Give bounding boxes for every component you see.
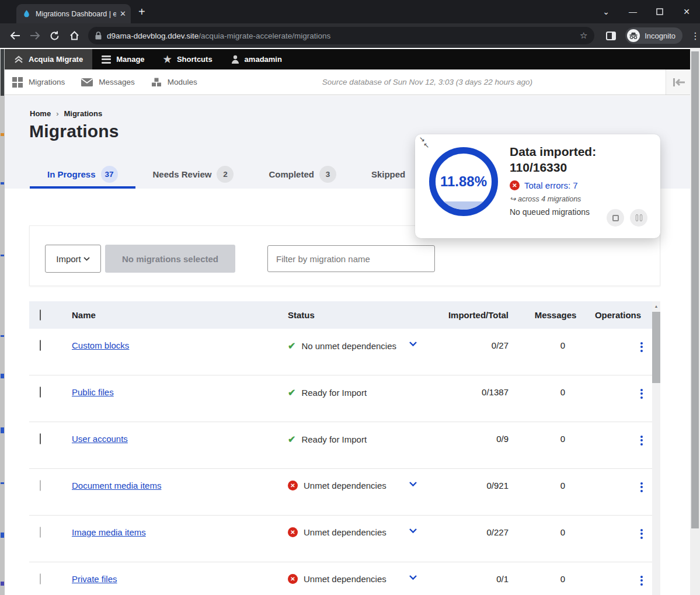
tab-in-progress[interactable]: In Progress 37 — [30, 162, 135, 189]
row-checkbox[interactable] — [40, 387, 41, 398]
operations-kebab-icon[interactable] — [640, 340, 643, 353]
toolbar-item-shortcuts[interactable]: ★ Shortcuts — [154, 49, 222, 69]
new-tab-icon[interactable]: + — [138, 5, 145, 18]
import-progress-card: ↘↖ 11.88% Data imported: 110/16330 ✕ Tot… — [415, 134, 660, 238]
migrations-table: Name Status Imported/Total Messages Oper… — [29, 301, 660, 595]
collapse-toolbar-button[interactable] — [666, 69, 690, 95]
window-minimize-icon[interactable]: — — [619, 0, 646, 23]
row-checkbox[interactable] — [40, 433, 41, 444]
toolbar-item-label: Manage — [116, 55, 144, 64]
browser-tabstrip: Migrations Dashboard | example ✕ + ⌄ — ✕ — [0, 0, 700, 23]
messages-count: 0 — [510, 434, 584, 444]
migration-link[interactable]: Public files — [72, 387, 114, 397]
forward-icon[interactable] — [26, 26, 44, 45]
status-tabs: In Progress 37 Needs Review 2 Completed … — [30, 162, 423, 189]
imported-total-value: 0/921 — [444, 481, 510, 490]
scrollbar-thumb[interactable] — [652, 312, 660, 383]
operations-kebab-icon[interactable] — [640, 434, 643, 447]
chevron-down-icon[interactable] — [409, 575, 417, 580]
data-imported-value: 110/16330 — [510, 159, 650, 175]
total-errors-link[interactable]: Total errors: 7 — [524, 180, 578, 190]
error-icon: ✕ — [288, 527, 298, 537]
window-chevron-icon[interactable]: ⌄ — [593, 0, 619, 23]
migration-link[interactable]: Custom blocks — [72, 340, 129, 350]
row-checkbox[interactable] — [40, 480, 41, 491]
tray-item-modules[interactable]: Modules — [143, 78, 206, 87]
star-icon: ★ — [163, 54, 172, 65]
tab-skipped[interactable]: Skipped — [354, 162, 423, 189]
messages-count: 0 — [510, 387, 584, 397]
chevron-down-icon[interactable] — [409, 528, 417, 534]
home-icon[interactable] — [65, 26, 83, 45]
operations-kebab-icon[interactable] — [640, 481, 643, 493]
migration-link[interactable]: Image media items — [72, 527, 146, 537]
migration-link[interactable]: User accounts — [72, 434, 128, 444]
row-checkbox[interactable] — [40, 340, 41, 351]
reload-icon[interactable] — [46, 26, 64, 45]
drupal-admin-toolbar: Acquia Migrate Manage ★ Shortcuts amadam… — [5, 49, 690, 69]
pause-button[interactable] — [630, 209, 647, 227]
bookmark-star-icon[interactable]: ☆ — [580, 30, 587, 41]
incognito-label: Incognito — [645, 32, 675, 40]
tab-completed[interactable]: Completed 3 — [251, 162, 354, 189]
hamburger-icon — [102, 54, 111, 65]
success-icon: ✔ — [288, 434, 295, 445]
stop-icon — [612, 215, 619, 221]
success-icon: ✔ — [288, 387, 295, 398]
window-close-icon[interactable]: ✕ — [673, 0, 700, 23]
tray-item-migrations[interactable]: Migrations — [5, 77, 73, 88]
migration-link[interactable]: Private files — [72, 574, 117, 584]
no-migrations-selected-button: No migrations selected — [105, 245, 235, 273]
browser-tab[interactable]: Migrations Dashboard | example ✕ — [16, 4, 131, 23]
column-header-imported-total: Imported/Total — [444, 310, 510, 320]
page-title: Migrations — [29, 121, 119, 141]
select-all-checkbox[interactable] — [40, 309, 41, 321]
browser-scrollbar[interactable] — [690, 48, 700, 595]
tab-needs-review[interactable]: Needs Review 2 — [135, 162, 252, 189]
url-path: /acquia-migrate-accelerate/migrations — [198, 32, 330, 40]
side-panel-icon[interactable] — [606, 32, 616, 40]
tab-label: In Progress — [47, 169, 96, 179]
pause-icon — [636, 214, 642, 221]
incognito-icon — [627, 29, 640, 42]
operations-kebab-icon[interactable] — [640, 574, 643, 587]
status-text: Unmet dependencies — [304, 527, 386, 537]
tab-close-icon[interactable]: ✕ — [120, 9, 126, 18]
resize-arrows-icon[interactable]: ↘↖ — [419, 136, 429, 149]
browser-menu-icon[interactable]: ⋮ — [691, 30, 700, 41]
migration-link[interactable]: Document media items — [72, 481, 161, 490]
browser-scrollbar-thumb[interactable] — [691, 51, 699, 528]
scrollbar-up-arrow-icon[interactable]: ▲ — [652, 301, 660, 311]
operations-kebab-icon[interactable] — [640, 387, 643, 400]
modules-icon — [151, 78, 162, 87]
envelope-icon — [81, 78, 93, 86]
stop-button[interactable] — [607, 209, 624, 227]
tab-label: Completed — [269, 169, 314, 179]
operations-kebab-icon[interactable] — [640, 527, 643, 540]
toolbar-item-manage[interactable]: Manage — [92, 49, 154, 69]
toolbar-item-user[interactable]: amadamin — [222, 49, 291, 69]
migrate-secondary-toolbar: Migrations Messages Modules Source datab… — [5, 69, 690, 95]
tab-count-badge: 37 — [101, 166, 118, 183]
status-text: Ready for Import — [301, 434, 367, 444]
toolbar-item-acquia-migrate[interactable]: Acquia Migrate — [5, 49, 92, 69]
chevron-down-icon[interactable] — [409, 481, 417, 487]
filter-input[interactable] — [267, 245, 435, 272]
toolbar-item-label: amadamin — [245, 55, 282, 64]
drupal-favicon-icon — [22, 9, 31, 18]
table-scrollbar[interactable]: ▲ — [652, 301, 660, 595]
row-checkbox[interactable] — [40, 527, 41, 538]
back-icon[interactable] — [6, 26, 25, 45]
messages-count: 0 — [510, 340, 584, 350]
imported-total-value: 0/1387 — [444, 387, 510, 397]
breadcrumb-home-link[interactable]: Home — [30, 109, 51, 118]
row-checkbox[interactable] — [40, 573, 41, 584]
table-row: Custom blocks ✔ No unmet dependencies 0/… — [29, 329, 660, 375]
tray-item-messages[interactable]: Messages — [73, 78, 143, 86]
success-icon: ✔ — [288, 340, 295, 352]
window-maximize-icon[interactable] — [646, 0, 673, 23]
import-dropdown-button[interactable]: Import — [45, 245, 101, 273]
chevron-down-icon[interactable] — [409, 341, 417, 347]
url-bar[interactable]: d9ama-ddevblog.ddev.site/acquia-migrate-… — [88, 27, 594, 44]
tab-count-badge: 3 — [319, 166, 336, 183]
